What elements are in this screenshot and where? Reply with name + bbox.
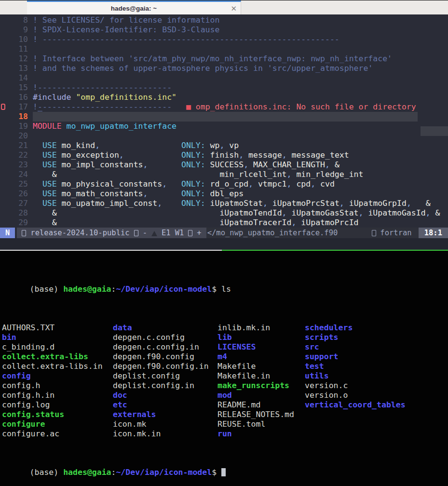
line-number: 20 (0, 131, 28, 141)
mode-indicator: N (0, 228, 15, 238)
ls-entry: test (305, 362, 406, 371)
vim-message-line (0, 238, 448, 250)
ls-entry: README.md (217, 400, 294, 410)
ls-entry: schedulers (305, 323, 406, 333)
scrollbar-thumb[interactable] (421, 126, 448, 136)
ls-entry: config.status (2, 410, 103, 419)
code-text: & iUpatmoTendId, iUpatmoGasStat, iUpatmo… (33, 208, 440, 218)
line-number: 10 (0, 35, 28, 44)
prompt-line-2: (base) hades@gaia:~/Dev/iap/icon-model$ (1, 458, 448, 486)
ls-entry: bin (2, 333, 103, 342)
ls-entry: src (305, 342, 406, 352)
line-number: 12 (0, 54, 28, 64)
ls-entry: Makefile.in (217, 371, 294, 381)
code-line: 24 & min_rlcell_int, min_rledge_int (0, 170, 448, 179)
code-line: 25 USE mo_physical_constants, ONLY: rd_o… (0, 179, 448, 189)
code-line: 29 & iUpatmoTracerId, iUpatmoPrcId (0, 218, 448, 228)
shell-area[interactable]: (base) hades@gaia:~/Dev/iap/icon-model$ … (0, 251, 448, 472)
code-line: 15!---------------------------- (0, 83, 448, 93)
error-count: E1 (162, 228, 171, 238)
venv-label: (base) (30, 468, 64, 477)
line-number: 18 (0, 112, 28, 122)
ls-entry: config.log (2, 400, 103, 410)
ls-entry: doc (113, 391, 209, 400)
ls-entry: version.o (305, 391, 406, 400)
code-line: 21 USE mo_kind, ONLY: wp, vp (0, 141, 448, 150)
ls-entry: icon.mk (113, 419, 209, 429)
code-line: 26 USE mo_math_constants, ONLY: dbl_eps (0, 189, 448, 199)
close-icon[interactable]: ✕ (231, 4, 237, 12)
command-text: ls (221, 284, 231, 294)
code-line: 12! Interface between 'src/atm_phy_nwp/m… (0, 54, 448, 64)
code-line: 18 (0, 112, 448, 122)
code-line: 14 (0, 73, 448, 83)
code-line: 27 USE mo_upatmo_impl_const, ONLY: iUpat… (0, 199, 448, 208)
diff-dash: - (143, 228, 147, 238)
cwd-path: ~/Dev/iap/icon-model (116, 468, 212, 477)
ls-entry: depgen.c.config (113, 333, 209, 342)
ls-entry: inlib.mk.in (217, 323, 294, 333)
filetype-segment: fortran (365, 228, 418, 238)
ls-entry: configure (2, 419, 103, 429)
ls-entry: deplist.config (113, 371, 209, 381)
code-text: USE mo_impl_constants, ONLY: SUCCESS, MA… (33, 160, 339, 170)
user-host: hades@gaia (63, 284, 111, 294)
vim-statusline: N release-2024.10-public-E1W1+ </mo_nwp_… (0, 228, 448, 238)
ls-entry: make_runscripts (217, 381, 294, 391)
line-number: 21 (0, 141, 28, 150)
line-number: 15 (0, 83, 28, 93)
ls-entry: vertical_coord_tables (305, 400, 406, 410)
ls-entry: collect.extra-libs.in (2, 362, 103, 371)
cwd-path: ~/Dev/iap/icon-model (116, 284, 212, 294)
line-number: 26 (0, 189, 28, 199)
modified-flag: + (197, 228, 201, 238)
ls-entry: Makefile (217, 362, 294, 371)
code-text: USE mo_math_constants, ONLY: dbl_eps (33, 189, 244, 199)
code-text (33, 112, 418, 122)
code-text: USE mo_physical_constants, ONLY: rd_o_cp… (33, 179, 335, 189)
ls-entry: depgen.f90.config.in (113, 362, 209, 371)
ls-entry: REUSE.toml (217, 419, 294, 429)
ls-entry: c_binding.d (2, 342, 103, 352)
line-number: 28 (0, 208, 28, 218)
ls-entry: etc (113, 400, 209, 410)
code-line: 8! See LICENSES/ for license information (0, 15, 448, 25)
ls-entry: externals (113, 410, 209, 419)
vim-editor[interactable]: 8! See LICENSES/ for license information… (0, 14, 448, 250)
ls-entry: deplist.config.in (113, 381, 209, 391)
line-number: 24 (0, 170, 28, 179)
code-line: 16#include "omp_definitions.inc" (0, 93, 448, 102)
line-number: 23 (0, 160, 28, 170)
ls-entry: depgen.f90.config (113, 352, 209, 362)
code-line: 28 & iUpatmoTendId, iUpatmoGasStat, iUpa… (0, 208, 448, 218)
ls-entry: scripts (305, 333, 406, 342)
prompt-dollar: $ (212, 468, 221, 477)
code-line: 11 (0, 44, 448, 54)
user-host: hades@gaia (63, 468, 111, 477)
ls-entry: support (305, 352, 406, 362)
error-sign-icon (1, 104, 5, 110)
file-path: </mo_nwp_upatmo_interface.f90 (206, 228, 366, 238)
ls-entry: utils (305, 371, 406, 381)
line-number: 16 (0, 93, 28, 102)
code-text: & min_rlcell_int, min_rledge_int (33, 170, 363, 179)
ls-entry: RELEASE_NOTES.md (217, 410, 294, 419)
code-text: & iUpatmoTracerId, iUpatmoPrcId (33, 218, 359, 228)
code-text: ! Interface between 'src/atm_phy_nwp/mo_… (33, 54, 392, 64)
terminal-tab[interactable]: hades@gaia: ~ ✕ (27, 0, 241, 15)
ls-output: AUTHORS.TXTbinc_binding.dcollect.extra-l… (1, 323, 448, 439)
ls-entry: data (113, 323, 209, 333)
line-number: 19 (0, 122, 28, 131)
ls-entry: mod (217, 391, 294, 400)
code-text: USE mo_kind, ONLY: wp, vp (33, 141, 239, 150)
code-text: !---------------------------- ■ omp_defi… (33, 102, 416, 112)
ls-entry: config.h.in (2, 391, 103, 400)
line-number: 14 (0, 73, 28, 83)
prompt-line: (base) hades@gaia:~/Dev/iap/icon-model$ … (1, 275, 448, 304)
line-number: 27 (0, 199, 28, 208)
code-line: 9! SPDX-License-Identifier: BSD-3-Clause (0, 25, 448, 35)
cursor-position: 18:1 (419, 228, 448, 238)
git-segment: release-2024.10-public-E1W1+ (17, 228, 206, 238)
filetype-label: fortran (380, 228, 411, 238)
ls-column: schedulersscriptssrcsupporttestutilsvers… (305, 323, 406, 410)
